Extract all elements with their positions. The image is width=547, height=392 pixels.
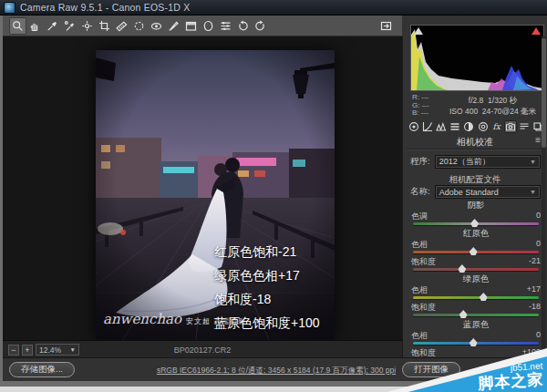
tab-lens-corrections-icon[interactable] bbox=[477, 120, 490, 133]
slider-value: 0 bbox=[536, 211, 541, 219]
filename-label: BP020127.CR2 bbox=[3, 346, 402, 355]
panel-tabs: fx bbox=[408, 120, 544, 134]
toggle-fullscreen-icon[interactable] bbox=[377, 17, 395, 35]
save-image-button[interactable]: 存储图像... bbox=[9, 362, 75, 377]
tab-split-toning-icon[interactable] bbox=[462, 120, 475, 133]
panel-menu-icon[interactable]: ≡ bbox=[535, 136, 541, 145]
slider-blue-hue: 色相0 bbox=[411, 330, 541, 345]
divider bbox=[407, 149, 543, 150]
tab-tone-curve-icon[interactable] bbox=[421, 120, 434, 133]
preferences-icon[interactable] bbox=[217, 17, 234, 35]
site-watermark: jb51.net 脚本之家 bbox=[387, 346, 547, 392]
section-header-green-primary: 绿原色 bbox=[411, 273, 541, 283]
color-sampler-tool-icon[interactable] bbox=[61, 17, 78, 35]
calibration-sliders: 阴影 色调0 红原色 色相0 饱和度-21 绿原色 色相+17 饱和度-18 bbox=[411, 197, 541, 365]
slider-value: -21 bbox=[529, 256, 541, 264]
section-header-blue-primary: 蓝原色 bbox=[411, 319, 541, 328]
slider-label: 色调 bbox=[411, 211, 428, 219]
targeted-adjustment-tool-icon[interactable] bbox=[78, 17, 96, 35]
section-header-red-primary: 红原色 bbox=[411, 228, 541, 237]
straighten-tool-icon[interactable] bbox=[113, 17, 130, 35]
slider-track[interactable] bbox=[413, 296, 539, 299]
slider-red-hue: 色相0 bbox=[411, 239, 541, 253]
slider-thumb[interactable] bbox=[470, 247, 478, 255]
red-eye-removal-tool-icon[interactable] bbox=[148, 17, 165, 35]
chevron-down-icon: ▼ bbox=[530, 159, 536, 165]
title-bar: Camera Raw 9.5.1 - Canon EOS-1D X bbox=[0, 0, 547, 15]
radial-filter-tool-icon[interactable] bbox=[200, 17, 217, 35]
process-row: 程序: 2012（当前）▼ bbox=[410, 155, 541, 169]
tab-camera-calibration-icon[interactable] bbox=[504, 120, 517, 133]
image-preview-area[interactable]: anwenchao 安文超 高端摄影 红原色饱和-21 绿原色色相+17 饱和度… bbox=[3, 36, 402, 340]
spot-removal-tool-icon[interactable] bbox=[130, 17, 148, 35]
adjustments-panel: R: --- G: --- B: --- f/2.8 1/320 秒 ISO 4… bbox=[402, 36, 547, 357]
slider-value: -18 bbox=[529, 302, 541, 310]
exif-exposure: f/2.8 1/320 秒 bbox=[441, 95, 544, 106]
camera-raw-window: Camera Raw 9.5.1 - Canon EOS-1D X bbox=[0, 0, 547, 387]
slider-shadow-tint: 色调0 bbox=[411, 211, 541, 225]
app-icon bbox=[4, 2, 15, 14]
tab-hsl-grayscale-icon[interactable] bbox=[449, 120, 461, 133]
slider-track[interactable] bbox=[413, 222, 539, 225]
annotation-line: 蓝原色饱和度+100 bbox=[214, 311, 320, 335]
watermark-script-text: anwenchao bbox=[103, 311, 181, 327]
annotation-line: 饱和度-18 bbox=[214, 287, 320, 311]
toolbar bbox=[3, 15, 402, 36]
rotate-left-icon[interactable] bbox=[234, 17, 252, 35]
exif-readout: R: --- G: --- B: --- f/2.8 1/320 秒 ISO 4… bbox=[410, 94, 544, 118]
annotation-line: 红原色饱和-21 bbox=[214, 240, 320, 263]
tutorial-annotations: 红原色饱和-21 绿原色色相+17 饱和度-18 蓝原色饱和度+100 bbox=[214, 240, 320, 335]
process-label: 程序: bbox=[410, 156, 430, 168]
slider-value: 0 bbox=[536, 239, 541, 247]
adjustment-brush-tool-icon[interactable] bbox=[165, 17, 182, 35]
slider-track[interactable] bbox=[413, 314, 539, 316]
window-title: Camera Raw 9.5.1 - Canon EOS-1D X bbox=[20, 2, 190, 13]
slider-value: +17 bbox=[527, 284, 541, 293]
graduated-filter-tool-icon[interactable] bbox=[182, 17, 200, 35]
slider-label: 饱和度 bbox=[411, 302, 436, 310]
slider-thumb[interactable] bbox=[480, 293, 488, 301]
shadow-clipping-indicator[interactable] bbox=[414, 27, 423, 35]
slider-thumb[interactable] bbox=[459, 310, 468, 318]
tab-detail-icon[interactable] bbox=[435, 120, 448, 133]
slider-label: 饱和度 bbox=[411, 256, 436, 264]
slider-label: 色相 bbox=[411, 239, 428, 247]
rotate-right-icon[interactable] bbox=[252, 17, 269, 35]
slider-value: 0 bbox=[536, 330, 541, 338]
rgb-readout: R: --- G: --- B: --- bbox=[412, 94, 429, 118]
tab-effects-icon[interactable]: fx bbox=[490, 120, 503, 133]
tab-presets-icon[interactable] bbox=[518, 120, 531, 133]
slider-label: 色相 bbox=[411, 330, 428, 338]
hand-tool-icon[interactable] bbox=[26, 17, 44, 35]
highlight-clipping-indicator[interactable] bbox=[532, 27, 541, 35]
slider-track[interactable] bbox=[413, 268, 539, 271]
panel-scrollbar[interactable] bbox=[542, 36, 546, 357]
status-bar: − + 12.4%▼ BP020127.CR2 bbox=[3, 340, 402, 358]
process-dropdown[interactable]: 2012（当前）▼ bbox=[435, 155, 541, 169]
tab-basic-icon[interactable] bbox=[408, 120, 420, 133]
annotation-line: 绿原色色相+17 bbox=[214, 263, 320, 287]
slider-label: 色相 bbox=[411, 284, 428, 293]
panel-title: 相机校准 bbox=[403, 136, 547, 149]
crop-tool-icon[interactable] bbox=[96, 17, 113, 35]
slider-red-saturation: 饱和度-21 bbox=[411, 256, 541, 271]
histogram bbox=[410, 25, 544, 91]
slider-track[interactable] bbox=[413, 342, 539, 345]
slider-thumb[interactable] bbox=[470, 219, 479, 227]
slider-thumb[interactable] bbox=[470, 338, 478, 346]
exif-iso-lens: ISO 400 24-70@24 毫米 bbox=[441, 106, 544, 117]
chevron-down-icon: ▼ bbox=[530, 189, 536, 195]
slider-thumb[interactable] bbox=[458, 264, 466, 273]
scrollbar-thumb[interactable] bbox=[542, 38, 546, 148]
slider-green-hue: 色相+17 bbox=[411, 284, 541, 299]
white-balance-tool-icon[interactable] bbox=[44, 17, 61, 35]
section-header-shadows: 阴影 bbox=[411, 200, 541, 209]
slider-green-saturation: 饱和度-18 bbox=[411, 302, 541, 316]
slider-track[interactable] bbox=[413, 251, 539, 253]
zoom-tool-icon[interactable] bbox=[9, 17, 26, 35]
